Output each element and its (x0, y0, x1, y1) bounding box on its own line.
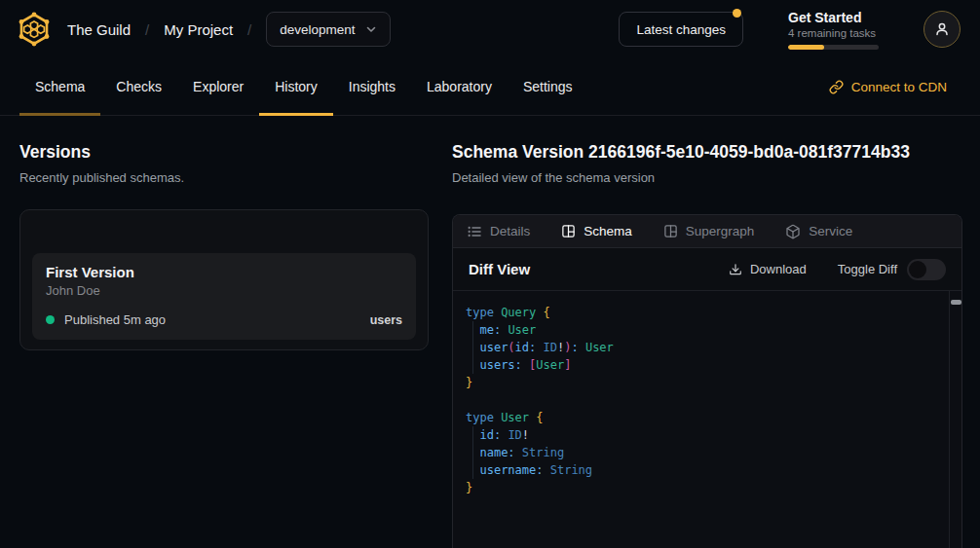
code-line: users: [User] (466, 356, 940, 374)
chevron-down-icon (365, 23, 377, 35)
versions-list-card: First Version John Doe Published 5m ago … (19, 209, 429, 350)
nav-tabs: SchemaChecksExplorerHistoryInsightsLabor… (19, 58, 588, 115)
latest-changes-label: Latest changes (636, 22, 726, 37)
get-started-progressbar (788, 45, 879, 50)
toggle-diff-label: Toggle Diff (838, 262, 897, 276)
columns-icon (663, 224, 678, 238)
download-button[interactable]: Download (729, 262, 807, 276)
get-started-title: Get Started (788, 10, 879, 25)
code-line: } (466, 479, 940, 496)
version-meta: Published 5m ago users (46, 312, 402, 327)
detail-tab-supergraph[interactable]: Supergraph (663, 224, 755, 238)
breadcrumb-project[interactable]: My Project (164, 21, 233, 38)
code-line: me: User (466, 321, 940, 339)
versions-subtitle: Recently published schemas. (19, 170, 429, 185)
detail-tab-label: Supergraph (686, 224, 755, 238)
person-icon (934, 21, 950, 37)
nav-tab-schema[interactable]: Schema (19, 58, 100, 115)
detail-tab-schema[interactable]: Schema (561, 224, 632, 238)
detail-tab-label: Schema (584, 224, 632, 238)
indent-guide (472, 426, 473, 479)
download-icon (729, 263, 742, 276)
nav-tab-explorer[interactable]: Explorer (177, 58, 259, 115)
target-nav: SchemaChecksExplorerHistoryInsightsLabor… (0, 58, 980, 116)
connect-to-cdn-label: Connect to CDN (851, 80, 947, 94)
nav-tab-laboratory[interactable]: Laboratory (411, 58, 508, 115)
user-avatar[interactable] (923, 11, 961, 48)
nav-tab-history[interactable]: History (259, 58, 333, 115)
environment-select-value: development (280, 22, 355, 37)
code-line: type User { (466, 409, 940, 426)
version-author: John Doe (46, 283, 402, 298)
schema-version-title: Schema Version 2166196f-5e10-4059-bd0a-0… (452, 142, 962, 163)
environment-select[interactable]: development (266, 12, 390, 47)
nav-tab-insights[interactable]: Insights (333, 58, 411, 115)
breadcrumb-slash: / (247, 21, 251, 38)
code-line: username: String (466, 461, 940, 479)
detail-tab-label: Details (490, 224, 530, 238)
versions-column: Versions Recently published schemas. Fir… (19, 116, 429, 547)
version-status: Published 5m ago (64, 312, 166, 327)
detail-tab-label: Service (809, 224, 852, 238)
detail-tab-service[interactable]: Service (785, 224, 852, 239)
code-line (466, 391, 940, 409)
package-icon (785, 224, 801, 239)
code-scrollbar-thumb[interactable] (951, 300, 961, 305)
notification-dot (733, 9, 741, 18)
code-line: } (466, 374, 940, 391)
versions-title: Versions (19, 142, 429, 163)
breadcrumb: The Guild / My Project / (67, 21, 251, 38)
main-content: Versions Recently published schemas. Fir… (0, 116, 980, 547)
version-detail-panel: DetailsSchemaSupergraphService Diff View… (452, 214, 962, 548)
columns-icon (561, 224, 576, 238)
detail-tab-details[interactable]: Details (467, 224, 530, 239)
code-scrollbar[interactable] (949, 291, 961, 548)
nav-tab-checks[interactable]: Checks (100, 58, 177, 115)
published-status-dot (46, 315, 55, 324)
breadcrumb-org[interactable]: The Guild (67, 21, 131, 38)
latest-changes-button[interactable]: Latest changes (619, 12, 743, 47)
download-label: Download (750, 262, 807, 276)
list-icon (467, 224, 482, 239)
schema-sdl-code[interactable]: type Query { me: User user(id: ID!): Use… (453, 291, 961, 548)
version-title: First Version (46, 264, 402, 280)
diff-view-title: Diff View (469, 261, 530, 277)
code-line: user(id: ID!): User (466, 339, 940, 356)
version-detail-column: Schema Version 2166196f-5e10-4059-bd0a-0… (452, 116, 962, 547)
version-list-item[interactable]: First Version John Doe Published 5m ago … (32, 253, 416, 340)
guild-hive-logo-icon[interactable] (16, 11, 53, 48)
diff-view-toolbar: Diff View Download Toggle Diff (453, 248, 961, 291)
connect-to-cdn-button[interactable]: Connect to CDN (829, 80, 947, 94)
schema-version-subtitle: Detailed view of the schema version (452, 170, 962, 185)
code-line: name: String (466, 444, 940, 461)
top-header: The Guild / My Project / development Lat… (0, 0, 980, 58)
indent-guide (472, 321, 473, 374)
code-line: id: ID! (466, 426, 940, 444)
code-line: type Query { (466, 304, 940, 321)
nav-tab-settings[interactable]: Settings (508, 58, 588, 115)
toggle-knob (909, 261, 926, 278)
get-started-subtitle: 4 remaining tasks (788, 27, 879, 39)
link-icon (829, 80, 844, 94)
breadcrumb-slash: / (145, 21, 149, 38)
toggle-diff-switch[interactable] (907, 259, 946, 280)
detail-tabs: DetailsSchemaSupergraphService (453, 215, 961, 248)
get-started-widget[interactable]: Get Started 4 remaining tasks (788, 10, 879, 50)
get-started-progress-fill (788, 45, 824, 50)
version-service-badge: users (370, 313, 402, 327)
